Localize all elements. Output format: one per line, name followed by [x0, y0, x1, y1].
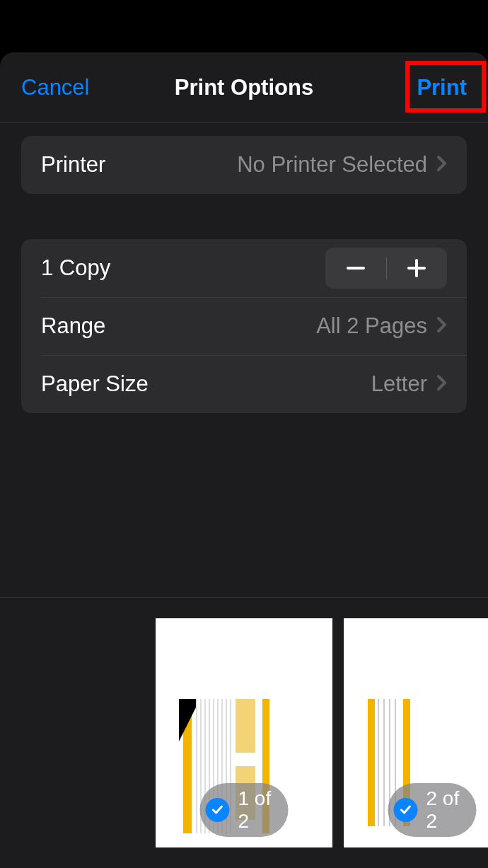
copies-label: 1 Copy [41, 255, 110, 281]
svg-rect-0 [347, 267, 365, 270]
paper-size-value-text: Letter [371, 371, 427, 397]
checkmark-icon [394, 798, 418, 822]
page-badge[interactable]: 1 of 2 [200, 783, 289, 837]
preview-scroll[interactable]: 1 of 2 2 of 2 [0, 618, 488, 847]
preview-area[interactable]: 1 of 2 2 of 2 [0, 618, 488, 866]
svg-rect-2 [407, 267, 426, 270]
printer-group: Printer No Printer Selected [21, 136, 467, 194]
page-thumbnail-1[interactable]: 1 of 2 [156, 618, 332, 847]
chevron-right-icon [437, 374, 447, 395]
printer-value: No Printer Selected [237, 152, 447, 178]
range-value-text: All 2 Pages [316, 313, 427, 339]
paper-size-value: Letter [371, 371, 447, 397]
print-options-sheet: Cancel Print Options Print Printer No Pr… [0, 52, 488, 868]
print-button[interactable]: Print [417, 75, 467, 100]
decrement-button[interactable] [325, 248, 386, 289]
chevron-right-icon [437, 316, 447, 337]
range-row[interactable]: Range All 2 Pages [21, 297, 467, 355]
preview-divider [0, 597, 488, 598]
settings-group: 1 Copy Range All 2 Pages [21, 239, 467, 413]
paper-size-label: Paper Size [41, 371, 149, 397]
copies-stepper [325, 248, 447, 289]
paper-size-row[interactable]: Paper Size Letter [21, 355, 467, 413]
checkmark-icon [206, 798, 230, 822]
range-value: All 2 Pages [316, 313, 447, 339]
sheet-header: Cancel Print Options Print [0, 52, 488, 123]
page-badge[interactable]: 2 of 2 [388, 783, 477, 837]
cancel-button[interactable]: Cancel [21, 75, 90, 100]
printer-label: Printer [41, 152, 105, 178]
page-badge-text: 1 of 2 [238, 787, 272, 833]
printer-row[interactable]: Printer No Printer Selected [21, 136, 467, 194]
printer-value-text: No Printer Selected [237, 152, 427, 178]
copies-row: 1 Copy [21, 239, 467, 297]
options-content: Printer No Printer Selected 1 Copy [0, 123, 488, 413]
page-badge-text: 2 of 2 [426, 787, 460, 833]
chevron-right-icon [437, 154, 447, 176]
increment-button[interactable] [387, 248, 448, 289]
page-thumbnail-2[interactable]: 2 of 2 [344, 618, 488, 847]
range-label: Range [41, 313, 105, 339]
